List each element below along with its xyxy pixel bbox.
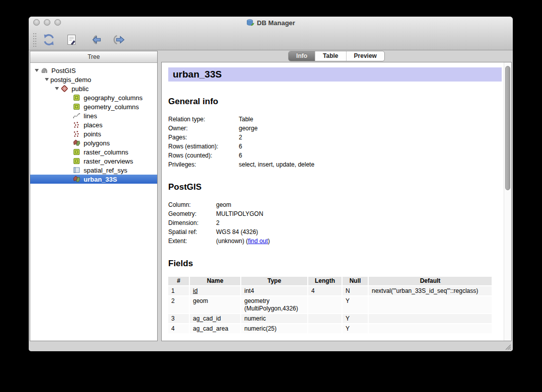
field-cell-default [368, 296, 492, 313]
green-table-icon [73, 157, 81, 165]
fields-col-header: Null [342, 277, 368, 286]
window-chrome: DB Manager [29, 17, 513, 50]
info-value: geom [216, 200, 502, 209]
disclosure-triangle[interactable] [33, 69, 40, 72]
tree-item-polygons[interactable]: polygons [30, 138, 157, 147]
panel-splitter[interactable] [158, 51, 161, 341]
info-row: Dimension:2 [168, 218, 502, 227]
info-row: Relation type:Table [168, 115, 502, 124]
field-cell-length [308, 313, 342, 324]
tree-item-raster_columns[interactable]: raster_columns [30, 147, 157, 156]
point-layer-icon [73, 130, 81, 138]
disclosure-triangle[interactable] [53, 87, 60, 90]
tab-table[interactable]: Table [315, 51, 346, 61]
field-cell-type: numeric [241, 313, 308, 324]
resize-grip[interactable] [504, 343, 511, 350]
fields-table: #NameTypeLengthNullDefault1idint44Nnextv… [168, 277, 492, 333]
import-layer-icon [89, 33, 102, 46]
field-cell-null: Y [342, 324, 368, 333]
general-info-heading: General info [168, 97, 502, 107]
fields-col-header: Default [368, 277, 492, 286]
tree-item-lines[interactable]: lines [30, 111, 157, 120]
postgis-heading: PostGIS [168, 182, 502, 192]
info-value: Table [239, 115, 502, 124]
field-cell-name: id [189, 286, 241, 296]
schema-icon [60, 85, 69, 93]
info-value: 2 [239, 133, 502, 142]
disclosure-triangle[interactable] [43, 78, 50, 81]
field-cell-type: int4 [241, 286, 308, 296]
info-row: Privileges:select, insert, update, delet… [168, 160, 502, 169]
sql-window-button[interactable] [64, 32, 80, 48]
field-cell-null: Y [342, 296, 368, 313]
refresh-icon [42, 33, 55, 46]
info-row: Column:geom [168, 200, 502, 209]
tree-item-label: raster_overviews [84, 158, 133, 165]
field-row: 2geomgeometry (MultiPolygon,4326)Y [168, 296, 492, 313]
window-title: DB Manager [257, 19, 295, 27]
point-layer-icon [73, 121, 81, 129]
info-row: Geometry:MULTIPOLYGON [168, 209, 502, 218]
info-value: 2 [216, 218, 502, 227]
tab-segmented-control: InfoTablePreview [288, 51, 385, 61]
table-title-banner: urban_33S [168, 67, 502, 82]
info-label: Spatial ref: [168, 227, 216, 237]
tab-info[interactable]: Info [289, 51, 315, 61]
field-cell-num: 4 [168, 324, 189, 333]
tree-item-urban_33S[interactable]: urban_33S [30, 175, 157, 184]
screen: DB Manager Tree [0, 0, 542, 392]
tree-item-raster_overviews[interactable]: raster_overviews [30, 156, 157, 166]
extent-suffix: ) [268, 238, 270, 245]
import-layer-button[interactable] [87, 32, 103, 48]
green-table-icon [73, 94, 81, 102]
toolbar [29, 29, 513, 50]
tree-body: PostGISpostgis_demopublicgeography_colum… [30, 63, 157, 184]
info-row: Pages:2 [168, 133, 502, 142]
field-cell-num: 3 [168, 313, 189, 324]
field-row: 3ag_cad_idnumericY [168, 313, 492, 324]
info-value: 6 [239, 142, 502, 151]
tree-item-postgis_demo[interactable]: postgis_demo [30, 75, 157, 84]
tree-item-geography_columns[interactable]: geography_columns [30, 93, 157, 102]
field-cell-length [308, 324, 342, 333]
tree-item-label: public [72, 85, 89, 93]
info-label: Relation type: [168, 115, 239, 124]
tree-item-label: geography_columns [84, 94, 143, 102]
find-out-link[interactable]: find out [248, 238, 267, 245]
tree-item-places[interactable]: places [30, 120, 157, 129]
info-label: Owner: [168, 124, 239, 133]
tree-item-geometry_columns[interactable]: geometry_columns [30, 102, 157, 111]
tree-item-points[interactable]: points [30, 129, 157, 138]
titlebar[interactable]: DB Manager [29, 17, 513, 29]
field-row: 4ag_cad_areanumeric(25)Y [168, 324, 492, 333]
fields-table-clip: #NameTypeLengthNullDefault1idint44Nnextv… [168, 277, 502, 341]
field-cell-length: 4 [308, 286, 342, 296]
field-cell-num: 1 [168, 286, 189, 296]
scrollbar-thumb[interactable] [505, 66, 510, 190]
info-label: Dimension: [168, 218, 216, 227]
tree-item-label: urban_33S [84, 176, 117, 183]
export-layer-button[interactable] [110, 32, 126, 48]
tree-item-public[interactable]: public [30, 84, 157, 93]
fields-col-header: Type [241, 277, 308, 286]
info-row: Owner:george [168, 124, 502, 133]
postgis-icon [40, 66, 48, 74]
field-cell-default: nextval('"urban_33S_id_seq"'::regclass) [368, 286, 492, 296]
green-table-icon [73, 103, 81, 111]
field-cell-null: Y [342, 313, 368, 324]
primary-key-name: id [193, 287, 197, 294]
tree-panel: Tree PostGISpostgis_demopublicgeography_… [30, 51, 158, 341]
vertical-scrollbar[interactable] [504, 62, 511, 341]
tree-item-label: points [84, 130, 101, 138]
tab-preview[interactable]: Preview [346, 51, 384, 61]
export-layer-icon [112, 33, 125, 46]
toolbar-drag-handle[interactable] [33, 33, 37, 47]
tree-item-label: lines [84, 112, 97, 120]
content-area: InfoTablePreview urban_33S General info … [161, 51, 512, 341]
field-cell-type: numeric(25) [241, 324, 308, 333]
info-value: 6 [239, 151, 502, 160]
info-label: Privileges: [168, 160, 239, 169]
tree-item-PostGIS[interactable]: PostGIS [30, 66, 157, 75]
tree-item-spatial_ref_sys[interactable]: spatial_ref_sys [30, 166, 157, 175]
refresh-button[interactable] [41, 32, 57, 48]
